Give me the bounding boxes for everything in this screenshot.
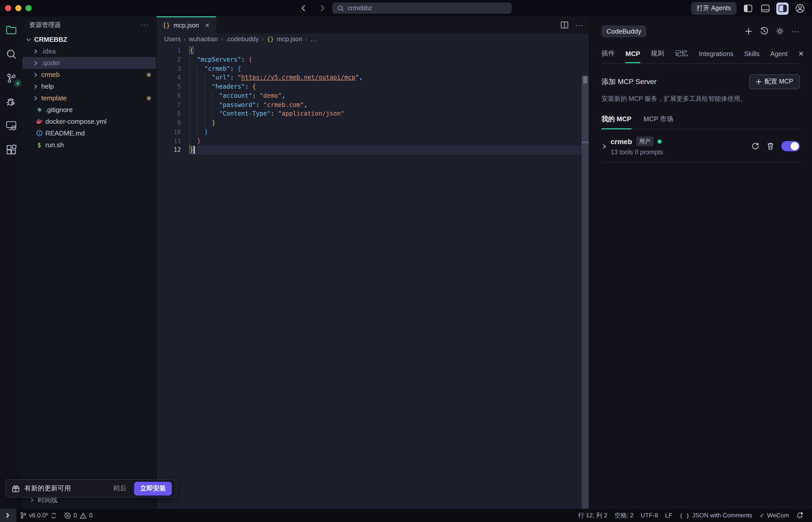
modified-dot [147, 96, 151, 100]
account-icon[interactable] [794, 2, 806, 15]
tree-item-.idea[interactable]: .idea [22, 45, 156, 57]
warning-icon [79, 512, 86, 519]
tree-item-README.md[interactable]: README.md [22, 127, 156, 139]
code-line-12[interactable]: 12} [156, 146, 589, 155]
later-button[interactable]: 稍后 [110, 483, 130, 494]
editor-scrollbar[interactable] [582, 75, 589, 509]
tree-item-docker-compose.yml[interactable]: docker-compose.yml [22, 116, 156, 127]
new-chat-icon[interactable] [745, 27, 752, 35]
panel-tab-规则[interactable]: 规则 [651, 49, 664, 64]
mcp-subtab-MCP 市场[interactable]: MCP 市场 [643, 115, 673, 129]
split-editor-icon[interactable] [561, 21, 568, 28]
tree-item-label: docker-compose.yml [45, 118, 107, 125]
wecom-status[interactable]: ✓ WeCom [756, 509, 793, 522]
command-center-search[interactable]: crmebbz [332, 3, 512, 14]
close-window-button[interactable] [5, 5, 11, 11]
code-line-7[interactable]: 7 "password": "crmeb.com", [156, 101, 589, 110]
install-now-button[interactable]: 立即安装 [134, 482, 172, 495]
explorer-more-icon[interactable]: ··· [141, 21, 149, 28]
indentation-status[interactable]: 空格: 2 [611, 509, 637, 522]
breadcrumb-part[interactable]: .codebuddy [226, 36, 259, 43]
code-line-4[interactable]: 4 "url": "https://v5.crmeb.net/outapi/mc… [156, 74, 589, 83]
mcp-server-row[interactable]: crmeb 用户 13 tools 0 prompts [601, 137, 800, 163]
tree-item-.qoder[interactable]: .qoder [22, 57, 156, 69]
notifications-bell-icon[interactable] [793, 509, 807, 522]
configure-mcp-button[interactable]: 配置 MCP [749, 74, 800, 89]
code-line-6[interactable]: 6 "account": "demo", [156, 92, 589, 101]
code-line-8[interactable]: 8 "Content-Type": "application/json" [156, 110, 589, 119]
breadcrumb-part[interactable]: mcp.json [277, 36, 302, 43]
debug-icon[interactable] [5, 95, 18, 108]
server-meta: 13 tools 0 prompts [611, 149, 663, 156]
chevron-right-icon[interactable] [601, 143, 611, 149]
tree-item-label: help [41, 82, 54, 90]
encoding-status[interactable]: UTF-8 [637, 509, 662, 522]
tree-item-run.sh[interactable]: $run.sh [22, 139, 156, 151]
search-icon[interactable] [5, 47, 18, 61]
code-line-10[interactable]: 10 } [156, 128, 589, 137]
panel-tab-Skills[interactable]: Skills [744, 49, 760, 63]
delete-icon[interactable] [767, 142, 774, 150]
breadcrumb-part[interactable]: Users [164, 36, 181, 43]
tree-item-help[interactable]: help [22, 80, 156, 92]
source-control-icon[interactable]: 4 [5, 71, 18, 84]
code-line-2[interactable]: 2 "mcpServers": { [156, 56, 589, 65]
history-icon[interactable] [760, 27, 768, 35]
tab-mcp-json[interactable]: {} mcp.json ✕ [156, 16, 216, 34]
line-number: 8 [156, 110, 181, 119]
forward-icon[interactable] [317, 3, 328, 13]
tree-item-template[interactable]: template [22, 92, 156, 104]
mcp-description: 安装新的 MCP 服务，扩展更多工具给智能体使用。 [601, 95, 800, 103]
titlebar: crmebbz 打开 Agents [0, 0, 812, 16]
panel-tab-记忆[interactable]: 记忆 [675, 49, 688, 64]
language-mode-status[interactable]: { } JSON with Comments [676, 509, 756, 522]
breadcrumb-part[interactable]: wuhaotian [189, 36, 218, 43]
tree-item-.gitignore[interactable]: .gitignore [22, 104, 156, 116]
code-line-9[interactable]: 9 } [156, 119, 589, 128]
breadcrumb[interactable]: Users›wuhaotian›.codebuddy›{}mcp.json›… [156, 34, 589, 45]
cursor-position-status[interactable]: 行 12, 列 2 [575, 509, 611, 522]
problems-status[interactable]: 0 0 [61, 509, 96, 522]
refresh-icon[interactable] [751, 142, 759, 150]
code-line-3[interactable]: 3 "crmeb": { [156, 64, 589, 74]
explorer-icon[interactable] [5, 23, 18, 37]
remote-indicator[interactable] [0, 509, 16, 522]
minimize-window-button[interactable] [15, 5, 21, 11]
toggle-left-panel-icon[interactable] [742, 2, 754, 15]
back-icon[interactable] [298, 3, 308, 13]
tree-item-crmeb[interactable]: crmeb [22, 69, 156, 80]
code-line-1[interactable]: 1{ [156, 46, 589, 56]
eol-status[interactable]: LF [662, 509, 676, 522]
extensions-icon[interactable] [5, 143, 18, 156]
toggle-right-panel-icon[interactable] [776, 2, 789, 15]
tree-root[interactable]: CRMEBBZ [22, 34, 156, 45]
settings-gear-icon[interactable] [776, 27, 784, 35]
server-name: crmeb [611, 137, 632, 145]
panel-tab-Integrations[interactable]: Integrations [699, 49, 734, 63]
tree-item-label: .gitignore [45, 106, 73, 114]
maximize-window-button[interactable] [25, 5, 32, 11]
tree-item-label: template [41, 94, 67, 102]
toggle-bottom-panel-icon[interactable] [759, 2, 771, 15]
code-lines: 1{2 "mcpServers": {3 "crmeb": {4 "url": … [156, 46, 589, 155]
panel-tab-Agent[interactable]: Agent [770, 49, 788, 63]
panel-tab-MCP[interactable]: MCP [625, 49, 640, 63]
remote-explorer-icon[interactable] [5, 119, 18, 133]
server-enabled-toggle[interactable] [781, 141, 800, 151]
mcp-subtabs: 我的 MCPMCP 市场 [601, 115, 800, 129]
code-area[interactable]: 1{2 "mcpServers": {3 "crmeb": {4 "url": … [156, 45, 589, 509]
panel-more-icon[interactable]: ··· [792, 27, 800, 35]
git-branch-status[interactable]: v6.0.0* [16, 509, 61, 522]
codebuddy-chip[interactable]: CodeBuddy [601, 25, 646, 37]
line-number: 10 [156, 128, 181, 137]
open-agents-button[interactable]: 打开 Agents [691, 2, 737, 15]
code-line-5[interactable]: 5 "headers": { [156, 82, 589, 92]
close-panel-icon[interactable]: ✕ [798, 50, 804, 62]
breadcrumb-part[interactable]: … [310, 36, 317, 43]
info-icon [36, 130, 43, 137]
close-tab-icon[interactable]: ✕ [205, 22, 210, 29]
code-line-11[interactable]: 11 } [156, 137, 589, 146]
mcp-subtab-我的 MCP[interactable]: 我的 MCP [601, 115, 631, 129]
editor-more-icon[interactable]: ··· [576, 21, 584, 29]
panel-tab-插件[interactable]: 插件 [601, 49, 615, 64]
